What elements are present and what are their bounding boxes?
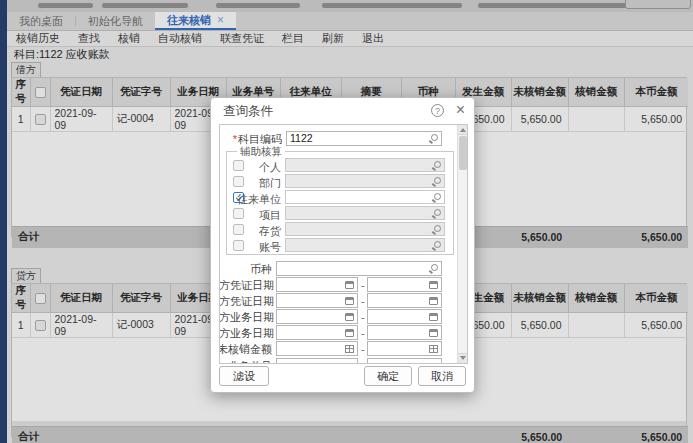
currency-row: 币种 bbox=[220, 261, 459, 276]
range-separator: - bbox=[361, 343, 365, 355]
calendar-icon[interactable] bbox=[345, 281, 354, 289]
calendar-icon[interactable] bbox=[345, 313, 354, 321]
credit-business-date-from-input[interactable] bbox=[276, 325, 358, 340]
filter-settings-button[interactable]: 滤设 bbox=[219, 366, 269, 386]
scroll-up-icon[interactable] bbox=[458, 125, 468, 135]
range-separator: - bbox=[361, 279, 365, 291]
range-separator: - bbox=[361, 327, 365, 339]
business-no-row-clipped: 业务单号 bbox=[220, 358, 459, 364]
calendar-icon[interactable] bbox=[429, 281, 438, 289]
business-no-to-input[interactable] bbox=[367, 358, 442, 364]
unsettled-amount-from-input[interactable] bbox=[276, 341, 358, 356]
debit-voucher-date-from-input[interactable] bbox=[276, 277, 358, 292]
credit-business-date-to-input[interactable] bbox=[367, 325, 442, 340]
currency-input[interactable] bbox=[276, 261, 442, 276]
field-label: 贷方业务日期 bbox=[219, 326, 272, 341]
lookup-icon[interactable] bbox=[434, 241, 441, 248]
dialog-scrollbar[interactable] bbox=[457, 125, 467, 363]
debit-voucher-date-to-input[interactable] bbox=[367, 277, 442, 292]
field-label: 借方业务日期 bbox=[219, 310, 272, 325]
account-input[interactable] bbox=[285, 238, 445, 252]
query-conditions-dialog: 查询条件 ? × *科目编码 1122 辅助核算 个人 部门 往来单位 bbox=[210, 97, 475, 393]
calendar-icon[interactable] bbox=[345, 329, 354, 337]
aux-row-project: 项目 bbox=[227, 206, 453, 222]
lookup-icon[interactable] bbox=[431, 134, 438, 141]
credit-voucher-date-from-input[interactable] bbox=[276, 293, 358, 308]
dialog-titlebar: 查询条件 ? × bbox=[211, 98, 474, 124]
range-separator: - bbox=[361, 295, 365, 307]
credit-business-date-row: 贷方业务日期 - bbox=[220, 325, 459, 340]
subject-code-row: *科目编码 1122 bbox=[220, 131, 459, 146]
aux-group-label: 辅助核算 bbox=[237, 145, 285, 159]
department-label: 部门 bbox=[227, 176, 281, 191]
calendar-icon[interactable] bbox=[429, 297, 438, 305]
unsettled-amount-row: 未核销金额 - bbox=[220, 341, 459, 356]
field-label: 业务单号 bbox=[219, 359, 272, 364]
dialog-form-panel: *科目编码 1122 辅助核算 个人 部门 往来单位 项 bbox=[219, 124, 468, 364]
field-label: 贷方凭证日期 bbox=[219, 294, 272, 309]
lookup-icon[interactable] bbox=[434, 193, 441, 200]
person-input[interactable] bbox=[285, 158, 445, 172]
project-label: 项目 bbox=[227, 208, 281, 223]
counterparty-label: 往来单位 bbox=[227, 192, 281, 207]
field-label: 借方凭证日期 bbox=[219, 278, 272, 293]
aux-accounting-group: 辅助核算 个人 部门 往来单位 项目 bbox=[226, 151, 454, 255]
scroll-down-icon[interactable] bbox=[458, 353, 468, 363]
ok-button[interactable]: 确定 bbox=[364, 366, 412, 386]
amount-pad-icon[interactable] bbox=[429, 345, 438, 353]
person-label: 个人 bbox=[227, 160, 281, 175]
debit-voucher-date-row: 借方凭证日期 - bbox=[220, 277, 459, 292]
debit-business-date-row: 借方业务日期 - bbox=[220, 309, 459, 324]
unsettled-amount-to-input[interactable] bbox=[367, 341, 442, 356]
credit-voucher-date-to-input[interactable] bbox=[367, 293, 442, 308]
project-input[interactable] bbox=[285, 206, 445, 220]
required-mark: * bbox=[233, 133, 237, 145]
lookup-icon[interactable] bbox=[434, 225, 441, 232]
range-separator: - bbox=[361, 311, 365, 323]
calendar-icon[interactable] bbox=[429, 313, 438, 321]
aux-row-account: 账号 bbox=[227, 238, 453, 254]
credit-voucher-date-row: 贷方凭证日期 - bbox=[220, 293, 459, 308]
debit-business-date-from-input[interactable] bbox=[276, 309, 358, 324]
aux-row-department: 部门 bbox=[227, 174, 453, 190]
close-icon[interactable]: × bbox=[456, 101, 465, 119]
aux-row-counterparty: 往来单位 bbox=[227, 190, 453, 206]
aux-row-person: 个人 bbox=[227, 158, 453, 174]
currency-label: 币种 bbox=[220, 262, 272, 277]
lookup-icon[interactable] bbox=[434, 177, 441, 184]
subject-code-input[interactable]: 1122 bbox=[286, 131, 442, 146]
business-no-from-input[interactable] bbox=[276, 358, 358, 364]
inventory-input[interactable] bbox=[285, 222, 445, 236]
account-label: 账号 bbox=[227, 240, 281, 255]
calendar-icon[interactable] bbox=[345, 297, 354, 305]
aux-row-inventory: 存货 bbox=[227, 222, 453, 238]
lookup-icon[interactable] bbox=[431, 264, 438, 271]
calendar-icon[interactable] bbox=[429, 329, 438, 337]
amount-pad-icon[interactable] bbox=[345, 345, 354, 353]
debit-business-date-to-input[interactable] bbox=[367, 309, 442, 324]
help-icon[interactable]: ? bbox=[431, 104, 444, 117]
inventory-label: 存货 bbox=[227, 224, 281, 239]
department-input[interactable] bbox=[285, 174, 445, 188]
dialog-title: 查询条件 bbox=[223, 103, 273, 120]
lookup-icon[interactable] bbox=[434, 209, 441, 216]
cancel-button[interactable]: 取消 bbox=[418, 366, 466, 386]
lookup-icon[interactable] bbox=[434, 161, 441, 168]
field-label: 未核销金额 bbox=[219, 342, 272, 357]
scrollbar-thumb[interactable] bbox=[459, 136, 467, 170]
counterparty-input[interactable] bbox=[285, 190, 445, 204]
